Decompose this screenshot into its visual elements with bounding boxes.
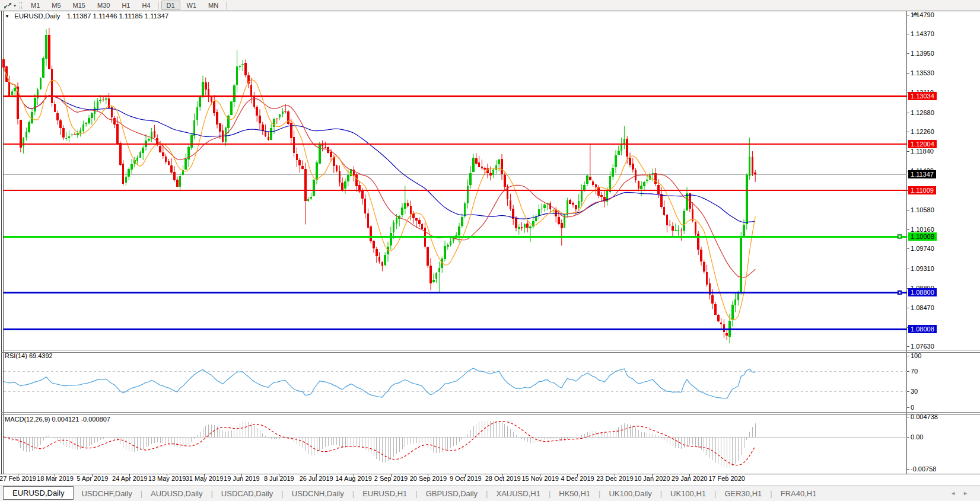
date-axis-label: 24 Apr 2019 (112, 475, 147, 482)
ma-mid-line (4, 68, 755, 277)
chart-title: ▼ EURUSD,Daily 1.11387 1.11446 1.11185 1… (5, 12, 168, 20)
price-axis-label: 1.09740 (911, 245, 934, 253)
timeframe-button-m15[interactable]: M15 (68, 1, 91, 10)
timeframe-button-m30[interactable]: M30 (92, 1, 115, 10)
toolbar-separator (158, 2, 159, 9)
date-axis-label: 26 Jul 2019 (300, 475, 333, 482)
macd-histogram (4, 421, 755, 469)
timeframe-button-w1[interactable]: W1 (182, 1, 202, 10)
rsi-line (4, 368, 755, 399)
chart-tab-audusd-daily[interactable]: AUDUSD,Daily (143, 487, 210, 500)
date-axis-label: 2 Sep 2019 (374, 475, 408, 482)
chart-title-collapse-icon[interactable]: ▼ (5, 14, 9, 19)
price-axis-label: 1.07630 (911, 343, 934, 350)
date-axis-label: 9 Oct 2019 (450, 475, 482, 482)
price-axis-label: 1.12260 (911, 128, 934, 136)
price-axis-label: 1.14370 (911, 30, 934, 38)
macd-label: MACD(12,26,9) 0.004121 -0.000807 (5, 416, 110, 423)
toolbar-grip[interactable] (20, 2, 22, 9)
rsi-axis-label: 70 (911, 368, 918, 375)
chart-tab-bar: EURUSD,DailyUSDCHF,Daily|AUDUSD,Daily|US… (0, 485, 980, 501)
ma-slow-line (4, 68, 755, 222)
chart-tab-uk100-daily[interactable]: UK100,Daily (601, 487, 659, 500)
date-axis-label: 31 May 2019 (186, 475, 224, 482)
price-axis-label: 1.13530 (911, 69, 934, 77)
chart-tab-xauusd-h1[interactable]: XAUUSD,H1 (488, 487, 548, 500)
chart-tab-eurusd-daily[interactable]: EURUSD,Daily (3, 486, 74, 500)
hline-price-label: 1.11009 (908, 186, 936, 194)
chevron-down-icon[interactable]: ▾ (14, 3, 16, 8)
timeframe-button-mn[interactable]: MN (203, 1, 224, 10)
date-axis-label: 4 Dec 2019 (561, 475, 594, 482)
trading-terminal-window: ▾ M1M5M15M30H1H4 D1W1MN ▼ EURUSD,Daily 1… (0, 0, 980, 501)
price-axis-label: 1.11840 (911, 148, 934, 155)
hline-price-label: 1.08800 (908, 288, 937, 296)
date-axis-label: 5 Apr 2019 (77, 475, 108, 482)
date-axis-label: 8 Jul 2019 (264, 475, 294, 482)
date-axis-label: 23 Dec 2019 (596, 475, 633, 482)
macd-axis-label: 0.00 (911, 433, 923, 441)
rsi-label: RSI(14) 69.4392 (5, 352, 53, 359)
chart-tab-usdcnh-daily[interactable]: USDCNH,Daily (284, 487, 352, 500)
chart-frame (0, 11, 980, 477)
hline-price-label: 1.12004 (908, 140, 937, 148)
chart-tab-hk50-h1[interactable]: HK50,H1 (551, 487, 598, 500)
chart-canvas[interactable] (0, 11, 980, 485)
date-axis-label: 15 Nov 2019 (521, 475, 558, 482)
chart-title-ohlc: 1.11387 1.11446 1.11185 1.11347 (67, 12, 169, 20)
timeframe-button-h4[interactable]: H4 (136, 1, 155, 10)
price-axis-label: 1.13950 (911, 50, 934, 58)
price-axis-label: 1.10580 (911, 206, 934, 214)
price-axis-label: 1.14790 (911, 11, 934, 19)
hline-price-label: 1.10008 (908, 232, 937, 241)
rsi-axis-label: 0 (911, 404, 914, 411)
tab-scroll-right-icon[interactable]: ► (963, 490, 975, 496)
rsi-axis-label: 100 (911, 352, 921, 360)
date-axis-label: 19 Jun 2019 (224, 475, 260, 482)
timeframe-button-h1[interactable]: H1 (116, 1, 135, 10)
tab-scroll-left-icon[interactable]: ◄ (950, 490, 963, 496)
date-axis-label: 27 Feb 2019 (0, 475, 36, 482)
chart-tab-usdchf-daily[interactable]: USDCHF,Daily (74, 487, 139, 500)
candlesticks (2, 28, 756, 343)
timeframe-button-m5[interactable]: M5 (46, 1, 66, 10)
date-axis-label: 20 Sep 2019 (410, 475, 447, 482)
chart-title-symbol: EURUSD,Daily (14, 12, 60, 20)
timeframe-button-d1[interactable]: D1 (161, 1, 180, 10)
price-axis-label: 1.09310 (911, 265, 934, 273)
macd-axis-label: -0.00758 (911, 465, 936, 473)
toolbar-separator (226, 2, 227, 9)
date-axis-label: 13 May 2019 (148, 475, 186, 482)
date-axis-label: 17 Feb 2020 (708, 475, 745, 482)
timeframe-button-m1[interactable]: M1 (26, 1, 45, 10)
chart-tab-gbpusd-daily[interactable]: GBPUSD,Daily (418, 487, 485, 500)
price-axis-label: 1.08470 (911, 304, 934, 312)
timeframe-toolbar: ▾ M1M5M15M30H1H4 D1W1MN (0, 0, 980, 11)
date-axis-label: 28 Oct 2019 (485, 475, 521, 482)
chart-tab-eurusd-h1[interactable]: EURUSD,H1 (355, 487, 415, 500)
date-axis-label: 29 Jan 2020 (672, 475, 708, 482)
hline-price-label: 1.08008 (908, 325, 937, 333)
chart-tab-fra40-h1[interactable]: FRA40,H1 (773, 487, 825, 500)
date-axis-label: 10 Jan 2020 (634, 475, 670, 482)
price-axis-label: 1.12680 (911, 109, 934, 117)
chart-tab-ger30-h1[interactable]: GER30,H1 (717, 487, 769, 500)
horizontal-line-1.08800[interactable] (4, 291, 907, 295)
chart-arrows-icon[interactable] (3, 2, 12, 9)
current-price-label: 1.11347 (908, 170, 936, 178)
rsi-axis-label: 30 (911, 388, 918, 395)
macd-axis-label: 0.004738 (911, 413, 938, 421)
hline-price-label: 1.13034 (908, 92, 937, 100)
date-axis-label: 14 Aug 2019 (335, 475, 372, 482)
chart-tab-usdcad-daily[interactable]: USDCAD,Daily (214, 487, 281, 500)
date-axis-label: 18 Mar 2019 (37, 475, 74, 482)
horizontal-line-1.10008[interactable] (4, 235, 907, 239)
chart-tab-uk100-h1[interactable]: UK100,H1 (663, 487, 714, 500)
